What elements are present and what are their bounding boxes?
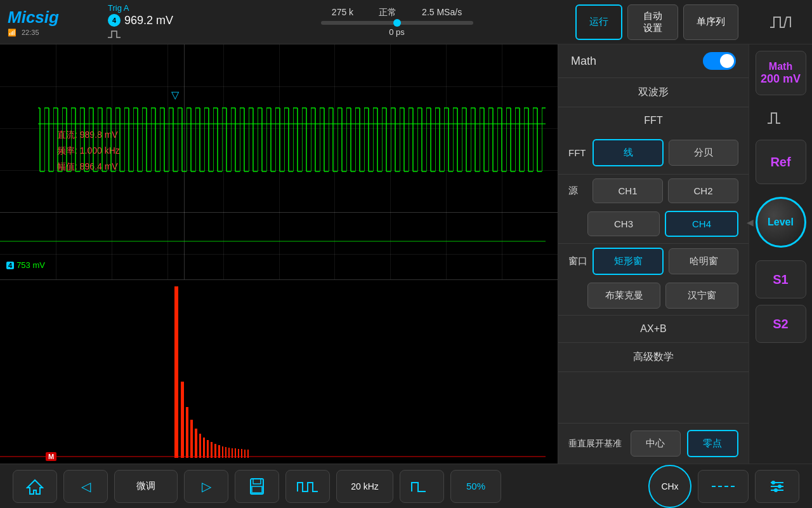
pct-button[interactable]: 50% <box>450 470 501 503</box>
single-sequence-button[interactable]: 单序列 <box>683 4 738 40</box>
fft-display <box>0 279 558 464</box>
svg-rect-12 <box>199 434 201 458</box>
axb-row[interactable]: AX+B <box>558 316 749 343</box>
svg-point-37 <box>778 485 782 488</box>
svg-rect-8 <box>181 382 184 458</box>
adjust-button[interactable] <box>755 470 799 503</box>
window-row-2: 布莱克曼 汉宁窗 <box>558 279 749 315</box>
frequency-display[interactable]: 20 kHz <box>336 470 393 503</box>
pulse-icon-top <box>768 13 793 31</box>
pulse-svg <box>765 108 797 127</box>
samples-count: 275 k <box>332 7 353 18</box>
dash-icon <box>710 480 736 493</box>
right-arrow-button[interactable]: ▷ <box>184 470 228 503</box>
left-arrow-button[interactable]: ◁ <box>63 470 108 503</box>
far-right-panel: Math 200 mV Ref ◀ Level S1 S2 <box>749 44 812 464</box>
left-arrow-icon: ◁ <box>81 479 91 494</box>
s1-label: S1 <box>773 272 788 287</box>
svg-rect-10 <box>190 420 193 458</box>
svg-rect-17 <box>218 445 220 458</box>
advanced-label: 高级数学 <box>633 351 674 364</box>
fft-chart <box>0 280 558 464</box>
center-button[interactable]: 中心 <box>631 431 681 457</box>
math-label: Math <box>571 55 596 68</box>
ch4-waveform <box>0 44 558 279</box>
wave-type1-button[interactable] <box>285 470 330 503</box>
sample-rate: 2.5 MSa/s <box>422 7 462 18</box>
rect-window-button[interactable]: 矩形窗 <box>593 248 664 275</box>
auto-setup-button[interactable]: 自动 设置 <box>627 4 678 40</box>
wave-type1-icon <box>296 478 319 495</box>
pct-label: 50% <box>466 481 485 491</box>
svg-rect-11 <box>195 429 197 458</box>
s2-button[interactable]: S2 <box>756 305 806 343</box>
top-right-icons <box>749 11 812 34</box>
chx-button[interactable]: CHx <box>648 465 691 508</box>
window-row-1: 窗口 矩形窗 哈明窗 <box>558 244 749 279</box>
double-wave-row[interactable]: 双波形 <box>558 78 749 107</box>
svg-rect-15 <box>211 442 213 458</box>
level-knob[interactable]: Level <box>756 197 806 248</box>
vbase-row: 垂直展开基准 中心 零点 <box>558 423 749 464</box>
window-label: 窗口 <box>568 255 587 267</box>
hanning-window-button[interactable]: 哈明窗 <box>669 248 738 274</box>
timebase-bar[interactable] <box>321 21 473 25</box>
main-content: ▽ 直流: 989.8 mV 频率: 1.000 kHz 幅值: 896.4 m… <box>0 44 812 464</box>
home-button[interactable] <box>13 470 57 503</box>
wave-type2-icon <box>410 478 433 495</box>
level-knob-label: Level <box>768 217 794 228</box>
s1-button[interactable]: S1 <box>756 260 806 298</box>
svg-marker-28 <box>27 480 43 494</box>
scope-display[interactable]: ▽ 直流: 989.8 mV 频率: 1.000 kHz 幅值: 896.4 m… <box>0 44 558 464</box>
ch2-button[interactable]: CH2 <box>668 178 738 203</box>
svg-rect-31 <box>252 486 262 493</box>
source-row-2: CH3 CH4 <box>558 207 749 243</box>
math-row: Math <box>558 44 749 78</box>
svg-rect-7 <box>174 286 178 458</box>
bottom-bar: ◁ 微调 ▷ 20 kHz 50% CHx <box>0 464 812 508</box>
status-text: 正常 <box>379 7 396 18</box>
trig-voltage: 969.2 mV <box>124 14 173 27</box>
math-toggle[interactable] <box>703 52 736 70</box>
svg-rect-9 <box>186 407 188 458</box>
trig-waveform-icon <box>108 30 127 39</box>
home-icon <box>26 478 44 495</box>
window-section: 窗口 矩形窗 哈明窗 布莱克曼 汉宁窗 <box>558 244 749 316</box>
hamming-window-button[interactable]: 汉宁窗 <box>665 283 738 309</box>
logo-sub: 📶 22:35 <box>8 29 94 37</box>
save-button[interactable] <box>235 470 279 503</box>
svg-rect-13 <box>203 438 205 458</box>
vbase-label: 垂直展开基准 <box>568 438 624 450</box>
adjust-icon <box>767 478 787 495</box>
m-marker: M <box>46 452 56 461</box>
source-section: 源 CH1 CH2 CH3 CH4 <box>558 175 749 244</box>
svg-rect-16 <box>214 444 216 458</box>
wave-type2-button[interactable] <box>400 470 444 503</box>
zero-button[interactable]: 零点 <box>687 430 738 457</box>
math-display-label: Math <box>769 61 792 72</box>
axb-label: AX+B <box>640 323 666 335</box>
ch3-button[interactable]: CH3 <box>587 211 660 236</box>
dash-button[interactable] <box>698 470 749 503</box>
trig-label: Trig A <box>108 3 222 13</box>
run-button[interactable]: 运行 <box>575 4 622 40</box>
frequency-value: 20 kHz <box>351 481 379 491</box>
top-bar: Micsig 📶 22:35 Trig A 4 969.2 mV 275 k 正… <box>0 0 812 44</box>
fft-buttons-row: FFT 线 分贝 <box>558 134 749 174</box>
center-stats: 275 k 正常 2.5 MSa/s 0 ps <box>228 7 565 37</box>
fft-line-button[interactable]: 线 <box>593 139 664 166</box>
fine-adjust-button[interactable]: 微调 <box>114 470 178 503</box>
trig-area: Trig A 4 969.2 mV <box>102 0 228 45</box>
svg-point-36 <box>771 481 775 485</box>
time-offset: 0 ps <box>389 27 405 37</box>
fft-db-button[interactable]: 分贝 <box>669 140 738 166</box>
blackman-window-button[interactable]: 布莱克曼 <box>587 283 660 309</box>
fft-header: FFT <box>558 107 749 134</box>
ch4-button[interactable]: CH4 <box>665 211 738 237</box>
advanced-math-row[interactable]: 高级数学 <box>558 343 749 372</box>
math-display-btn[interactable]: Math 200 mV <box>756 51 806 95</box>
ch1-button[interactable]: CH1 <box>593 178 663 203</box>
logo-text: Micsig <box>8 8 94 27</box>
pulse-icon-far[interactable] <box>765 102 797 133</box>
ref-btn[interactable]: Ref <box>756 140 806 184</box>
